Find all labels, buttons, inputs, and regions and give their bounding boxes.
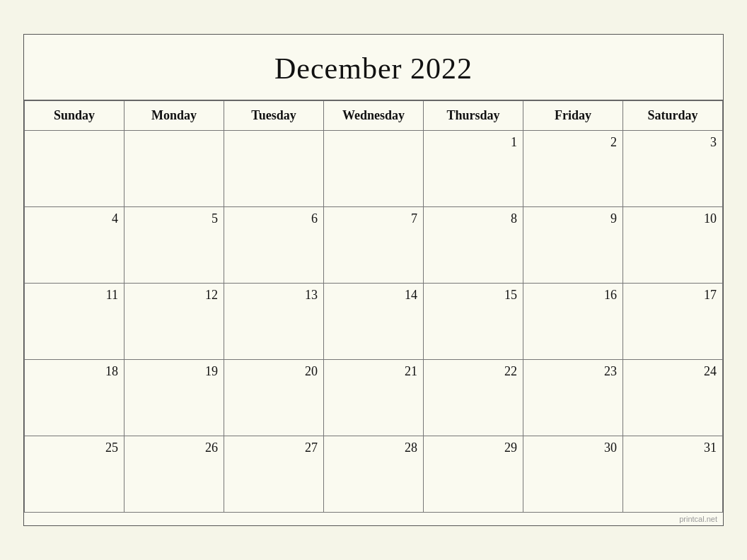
day-number: 19 [130, 364, 218, 379]
calendar-day-30: 30 [523, 436, 623, 513]
calendar-day-21: 21 [324, 360, 424, 436]
calendar-day-9: 9 [523, 207, 623, 284]
day-number: 23 [529, 364, 617, 379]
day-header-friday: Friday [523, 101, 623, 131]
day-number: 2 [529, 135, 617, 150]
watermark: printcal.net [24, 513, 723, 525]
calendar-day-3: 3 [623, 131, 723, 207]
day-header-thursday: Thursday [424, 101, 523, 131]
day-number: 10 [629, 211, 717, 226]
calendar-day-1: 1 [424, 131, 523, 207]
calendar-day-29: 29 [424, 436, 523, 513]
calendar-title: December 2022 [24, 35, 723, 100]
empty-day-cell [124, 131, 224, 207]
empty-day-cell [324, 131, 424, 207]
day-number: 28 [330, 441, 417, 455]
calendar-day-13: 13 [224, 284, 324, 360]
day-number: 17 [629, 288, 717, 303]
calendar-week-1: 123 [25, 131, 723, 207]
calendar-day-31: 31 [623, 436, 723, 513]
calendar-day-25: 25 [25, 436, 124, 513]
calendar-week-4: 18192021222324 [25, 360, 723, 436]
day-number: 21 [330, 364, 417, 379]
day-number: 12 [130, 288, 218, 303]
day-number: 18 [30, 364, 118, 379]
calendar-day-24: 24 [623, 360, 723, 436]
day-number: 8 [429, 211, 517, 226]
calendar-container: December 2022 SundayMondayTuesdayWednesd… [23, 34, 724, 526]
day-number: 7 [330, 211, 417, 226]
calendar-day-18: 18 [25, 360, 124, 436]
day-number: 25 [30, 441, 118, 455]
calendar-day-27: 27 [224, 436, 324, 513]
day-number: 31 [629, 441, 717, 455]
calendar-day-15: 15 [424, 284, 523, 360]
day-number: 4 [30, 211, 118, 226]
calendar-day-10: 10 [623, 207, 723, 284]
day-number: 3 [629, 135, 717, 150]
day-header-tuesday: Tuesday [224, 101, 324, 131]
day-header-wednesday: Wednesday [324, 101, 424, 131]
day-header-monday: Monday [124, 101, 224, 131]
empty-day-cell [224, 131, 324, 207]
days-header-row: SundayMondayTuesdayWednesdayThursdayFrid… [25, 101, 723, 131]
day-number: 15 [429, 288, 517, 303]
day-number: 27 [230, 441, 318, 455]
calendar-day-14: 14 [324, 284, 424, 360]
day-number: 1 [429, 135, 517, 150]
day-number: 29 [429, 441, 517, 455]
day-number: 22 [429, 364, 517, 379]
calendar-day-22: 22 [424, 360, 523, 436]
calendar-day-28: 28 [324, 436, 424, 513]
day-number: 11 [30, 288, 118, 303]
day-number: 13 [230, 288, 318, 303]
calendar-day-19: 19 [124, 360, 224, 436]
calendar-week-2: 45678910 [25, 207, 723, 284]
calendar-week-5: 25262728293031 [25, 436, 723, 513]
empty-day-cell [25, 131, 124, 207]
day-number: 20 [230, 364, 318, 379]
calendar-day-8: 8 [424, 207, 523, 284]
calendar-day-20: 20 [224, 360, 324, 436]
day-number: 16 [529, 288, 617, 303]
day-number: 26 [130, 441, 218, 455]
calendar-day-4: 4 [25, 207, 124, 284]
calendar-grid: SundayMondayTuesdayWednesdayThursdayFrid… [24, 100, 723, 513]
calendar-day-26: 26 [124, 436, 224, 513]
calendar-day-2: 2 [523, 131, 623, 207]
day-number: 14 [330, 288, 417, 303]
day-number: 6 [230, 211, 318, 226]
calendar-day-11: 11 [25, 284, 124, 360]
day-number: 24 [629, 364, 717, 379]
calendar-day-5: 5 [124, 207, 224, 284]
calendar-day-17: 17 [623, 284, 723, 360]
day-header-sunday: Sunday [25, 101, 124, 131]
day-number: 5 [130, 211, 218, 226]
calendar-day-23: 23 [523, 360, 623, 436]
calendar-day-12: 12 [124, 284, 224, 360]
day-number: 30 [529, 441, 617, 455]
calendar-week-3: 11121314151617 [25, 284, 723, 360]
calendar-day-7: 7 [324, 207, 424, 284]
day-number: 9 [529, 211, 617, 226]
calendar-day-6: 6 [224, 207, 324, 284]
calendar-day-16: 16 [523, 284, 623, 360]
day-header-saturday: Saturday [623, 101, 723, 131]
